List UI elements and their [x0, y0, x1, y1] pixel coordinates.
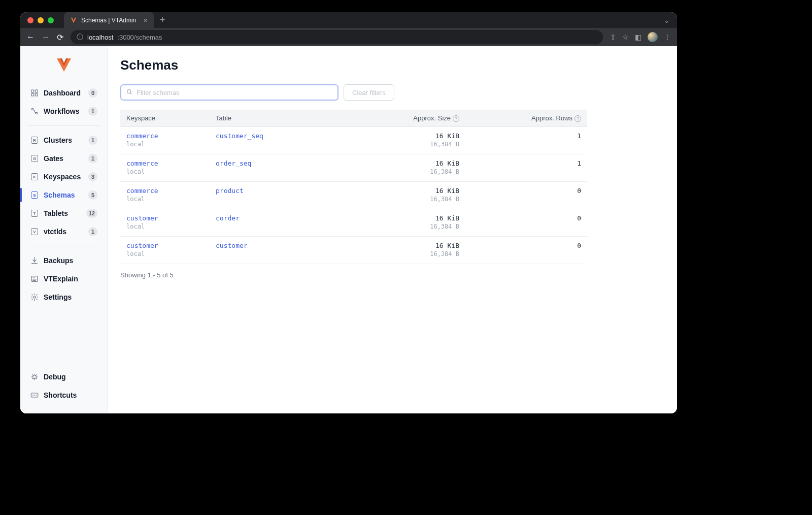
keyspace-link[interactable]: customer [126, 242, 204, 249]
sidebar-item-backups[interactable]: Backups [25, 251, 103, 270]
cell-size: 16 KiB 16,384 B [364, 237, 465, 264]
backups-icon [30, 256, 39, 265]
table-link[interactable]: product [216, 187, 358, 195]
site-info-icon[interactable]: ⓘ [77, 33, 83, 42]
sidebar-item-schemas[interactable]: S Schemas 5 [25, 186, 103, 204]
schemas-table: Keyspace Table Approx. Size? Approx. Row… [120, 110, 587, 264]
cell-rows: 1 [465, 127, 587, 154]
cell-table: corder [210, 209, 364, 237]
size-bytes: 16,384 B [370, 250, 459, 258]
share-icon[interactable]: ⇪ [610, 33, 616, 41]
keyspace-link[interactable]: customer [126, 214, 204, 222]
schemas-icon: S [30, 191, 39, 199]
sidebar-item-gates[interactable]: G Gates 1 [25, 149, 103, 168]
sidebar-item-dashboard[interactable]: Dashboard 0 [25, 84, 103, 102]
sidebar-item-badge: 5 [88, 190, 97, 200]
cell-rows: 0 [465, 182, 587, 209]
size-value: 16 KiB [370, 214, 459, 222]
menu-icon[interactable]: ⋮ [664, 33, 671, 41]
cell-size: 16 KiB 16,384 B [364, 154, 465, 182]
rows-value: 0 [471, 187, 581, 195]
sidebar-item-vtexplain[interactable]: VTExplain [25, 270, 103, 288]
sidebar-item-label: Keyspaces [44, 173, 83, 181]
cell-table: order_seq [210, 154, 364, 182]
sidebar-item-label: Dashboard [44, 89, 83, 97]
col-table: Table [210, 110, 364, 127]
sidebar-item-vtctlds[interactable]: V vtctlds 1 [25, 222, 103, 241]
keyspace-link[interactable]: commerce [126, 187, 204, 195]
main-content: Schemas Clear filters Keyspace Table [108, 46, 677, 413]
cell-size: 16 KiB 16,384 B [364, 209, 465, 237]
sidebar-item-shortcuts[interactable]: Shortcuts [25, 386, 103, 404]
sidebar-item-badge: 12 [86, 209, 97, 218]
sidebar-item-clusters[interactable]: R Clusters 1 [25, 131, 103, 149]
sidebar-item-badge: 1 [88, 107, 97, 116]
keyspace-link[interactable]: commerce [126, 132, 204, 140]
filter-input[interactable] [137, 89, 332, 96]
logo-wrap [20, 53, 108, 84]
svg-line-11 [130, 92, 132, 94]
table-link[interactable]: corder [216, 214, 358, 222]
debug-icon [30, 373, 39, 381]
help-icon[interactable]: ? [574, 115, 581, 122]
search-box[interactable] [120, 84, 339, 101]
sidebar-item-workflows[interactable]: Workflows 1 [25, 102, 103, 120]
sidebar-item-badge: 1 [88, 227, 97, 236]
keyspace-link[interactable]: commerce [126, 159, 204, 167]
clear-filters-button[interactable]: Clear filters [344, 84, 394, 101]
size-value: 16 KiB [370, 132, 459, 140]
minimize-window-button[interactable] [38, 17, 44, 23]
size-bytes: 16,384 B [370, 168, 459, 175]
forward-button[interactable]: → [42, 33, 50, 42]
size-bytes: 16,384 B [370, 196, 459, 203]
size-value: 16 KiB [370, 242, 459, 249]
titlebar: Schemas | VTAdmin × + ⌄ [20, 12, 677, 28]
vitess-logo-icon[interactable] [56, 56, 72, 73]
table-link[interactable]: customer [216, 242, 358, 249]
sidebar-item-debug[interactable]: Debug [25, 368, 103, 386]
dashboard-icon [30, 89, 39, 97]
profile-avatar[interactable] [648, 32, 658, 42]
table-row: customer local corder 16 KiB 16,384 B 0 [120, 209, 587, 237]
col-approx-size: Approx. Size? [364, 110, 465, 127]
back-button[interactable]: ← [26, 33, 35, 42]
cell-keyspace: commerce local [120, 182, 210, 209]
rows-value: 1 [471, 132, 581, 140]
cluster-label: local [126, 223, 204, 230]
svg-point-10 [127, 89, 131, 93]
search-icon [126, 89, 132, 96]
table-link[interactable]: order_seq [216, 159, 358, 167]
tab-close-icon[interactable]: × [143, 16, 148, 24]
gates-icon: G [30, 154, 39, 163]
table-link[interactable]: customer_seq [216, 132, 358, 140]
browser-tab[interactable]: Schemas | VTAdmin × [64, 12, 154, 28]
window-controls [27, 17, 54, 23]
sidebar-item-settings[interactable]: Settings [25, 288, 103, 306]
address-bar[interactable]: ⓘ localhost:3000/schemas [71, 30, 603, 44]
sidebar-item-label: Debug [44, 373, 97, 381]
tab-favicon-icon [70, 17, 77, 24]
maximize-window-button[interactable] [48, 17, 54, 23]
sidebar: Dashboard 0 Workflows 1 R Clusters 1 G G… [20, 46, 108, 413]
cell-keyspace: customer local [120, 209, 210, 237]
sidebar-item-tablets[interactable]: T Tablets 12 [25, 204, 103, 222]
reload-button[interactable]: ⟳ [57, 33, 63, 42]
bookmark-icon[interactable]: ☆ [622, 33, 629, 41]
window-chevron-icon[interactable]: ⌄ [664, 16, 670, 24]
table-row: customer local customer 16 KiB 16,384 B … [120, 237, 587, 264]
sidebar-item-keyspaces[interactable]: K Keyspaces 3 [25, 168, 103, 186]
close-window-button[interactable] [27, 17, 33, 23]
cell-table: customer [210, 237, 364, 264]
cluster-label: local [126, 250, 204, 258]
new-tab-button[interactable]: + [160, 15, 165, 25]
size-value: 16 KiB [370, 159, 459, 167]
svg-rect-3 [35, 93, 38, 96]
svg-rect-1 [35, 90, 38, 92]
help-icon[interactable]: ? [453, 115, 459, 122]
sidebar-item-label: Shortcuts [44, 391, 97, 399]
panel-icon[interactable]: ◧ [635, 33, 641, 41]
url-host: localhost [87, 34, 113, 41]
cell-keyspace: customer local [120, 237, 210, 264]
app-root: Dashboard 0 Workflows 1 R Clusters 1 G G… [20, 46, 677, 413]
sidebar-item-badge: 3 [88, 172, 97, 181]
